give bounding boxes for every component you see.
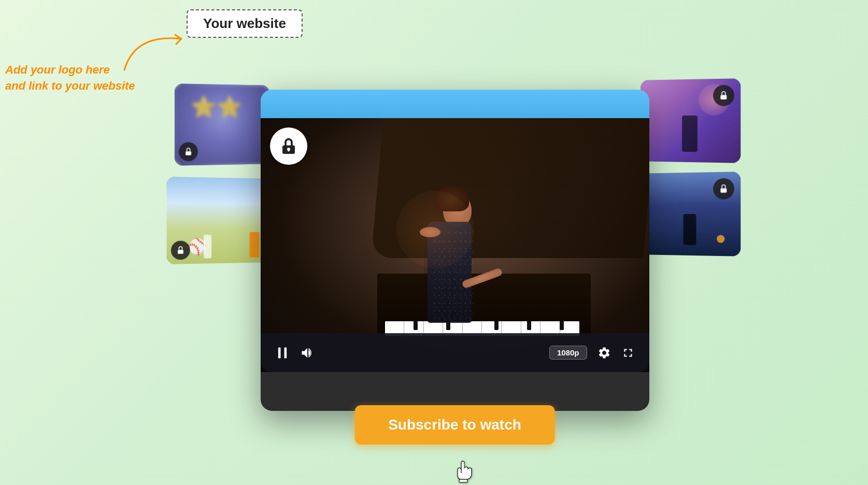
svg-rect-3	[720, 188, 727, 193]
lock-badge-card3	[713, 85, 734, 106]
svg-rect-11	[459, 479, 467, 482]
lock-badge-card4	[713, 178, 734, 199]
side-card-left-bottom: ⚾	[166, 177, 269, 264]
volume-button[interactable]	[300, 346, 315, 360]
quality-badge: 1080p	[549, 346, 587, 360]
svg-rect-0	[186, 151, 191, 155]
svg-rect-7	[278, 347, 280, 358]
player-top-bar	[261, 90, 649, 118]
lock-svg	[279, 137, 298, 155]
center-group: ⭐⭐ ⚾	[243, 53, 667, 447]
lock-badge-card1	[179, 142, 198, 161]
svg-rect-1	[178, 250, 183, 254]
main-scene: Add your logo here and link to your webs…	[0, 0, 868, 485]
side-card-right-top	[641, 78, 741, 163]
fullscreen-button[interactable]	[621, 346, 635, 360]
website-label: Your website	[187, 9, 303, 38]
svg-rect-2	[720, 95, 727, 99]
svg-rect-6	[288, 149, 289, 152]
side-card-right-bottom	[641, 172, 741, 256]
subscribe-button[interactable]: Subscribe to watch	[354, 405, 555, 445]
video-area: 1080p	[261, 118, 649, 372]
side-card-left-top: ⭐⭐	[174, 83, 269, 165]
settings-button[interactable]	[597, 346, 611, 360]
player-controls: 1080p	[261, 333, 649, 372]
lock-badge-card2	[170, 241, 190, 260]
cursor-hand	[450, 452, 476, 483]
annotation-text: Add your logo here and link to your webs…	[5, 62, 135, 94]
annotation-arrow	[119, 28, 192, 75]
video-lock-icon	[270, 127, 307, 165]
video-player-card: 1080p	[261, 90, 649, 411]
svg-rect-8	[284, 347, 287, 358]
pause-button[interactable]	[275, 346, 290, 360]
